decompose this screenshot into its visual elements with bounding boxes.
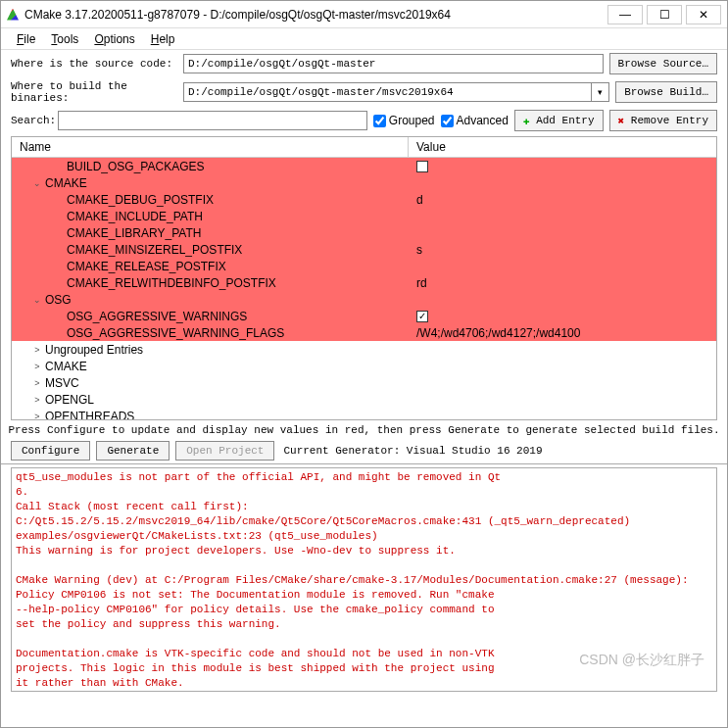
- menu-options[interactable]: Options: [88, 30, 140, 48]
- entry-name: CMAKE_RELWITHDEBINFO_POSTFIX: [67, 276, 276, 290]
- entry-name: CMAKE_RELEASE_POSTFIX: [67, 260, 226, 273]
- tree-row[interactable]: CMAKE_RELEASE_POSTFIX: [12, 258, 716, 274]
- entry-value[interactable]: d: [409, 193, 716, 207]
- expander-icon[interactable]: >: [29, 412, 45, 421]
- log-line: set the policy and suppress this warning…: [16, 617, 712, 632]
- entry-name: CMAKE: [45, 360, 87, 373]
- tree-row[interactable]: CMAKE_DEBUG_POSTFIXd: [12, 191, 716, 208]
- generate-button[interactable]: Generate: [96, 441, 170, 461]
- log-line: This warning is for project developers. …: [16, 544, 712, 558]
- cache-tree[interactable]: Name Value BUILD_OSG_PACKAGES⌄CMAKECMAKE…: [11, 136, 717, 420]
- entry-name: OPENGL: [45, 393, 94, 407]
- checkbox-icon[interactable]: [416, 161, 428, 172]
- close-button[interactable]: ✕: [686, 5, 721, 24]
- tree-row[interactable]: OSG_AGGRESSIVE_WARNING_FLAGS/W4;/wd4706;…: [12, 324, 716, 341]
- plus-icon: ✚: [523, 115, 530, 127]
- log-line: 6.: [16, 485, 712, 500]
- advanced-checkbox[interactable]: Advanced: [441, 114, 509, 127]
- tree-row[interactable]: CMAKE_MINSIZEREL_POSTFIXs: [12, 241, 716, 258]
- entry-name: MSVC: [45, 376, 79, 390]
- checkbox-icon[interactable]: ✓: [416, 311, 428, 322]
- window-title: CMake 3.17.20200511-g8787079 - D:/compil…: [24, 8, 607, 22]
- entry-value[interactable]: [409, 161, 716, 172]
- build-label: Where to build the binaries:: [11, 80, 177, 104]
- expander-icon[interactable]: >: [29, 395, 45, 405]
- entry-name: BUILD_OSG_PACKAGES: [67, 160, 205, 173]
- menu-tools[interactable]: Tools: [45, 30, 84, 48]
- tree-row[interactable]: OSG_AGGRESSIVE_WARNINGS✓: [12, 308, 716, 324]
- expander-icon[interactable]: >: [29, 362, 45, 371]
- titlebar: CMake 3.17.20200511-g8787079 - D:/compil…: [1, 1, 727, 28]
- entry-value[interactable]: rd: [409, 276, 716, 290]
- log-line: CMake Warning (dev) at C:/Program Files/…: [16, 573, 712, 588]
- cmake-logo-icon: [7, 9, 19, 21]
- entry-name: CMAKE_LIBRARY_PATH: [67, 226, 201, 240]
- log-line: Call Stack (most recent call first):: [16, 500, 712, 514]
- entry-name: Ungrouped Entries: [45, 343, 143, 357]
- add-entry-button[interactable]: ✚ Add Entry: [514, 110, 604, 131]
- tree-header: Name Value: [12, 137, 716, 158]
- tree-row[interactable]: >OPENGL: [12, 391, 716, 408]
- entry-name: OSG_AGGRESSIVE_WARNINGS: [67, 310, 247, 323]
- maximize-button[interactable]: ☐: [647, 5, 682, 24]
- col-name-header[interactable]: Name: [12, 137, 409, 157]
- log-line: --help-policy CMP0106" for policy detail…: [16, 603, 712, 617]
- log-line: [16, 632, 712, 647]
- expander-icon[interactable]: >: [29, 345, 45, 355]
- source-path-input[interactable]: [183, 54, 604, 73]
- col-value-header[interactable]: Value: [409, 137, 716, 157]
- expander-icon[interactable]: ⌄: [29, 178, 45, 188]
- entry-name: OSG_AGGRESSIVE_WARNING_FLAGS: [67, 326, 284, 340]
- menubar: File Tools Options Help: [1, 28, 727, 50]
- entry-value[interactable]: s: [409, 243, 716, 257]
- entry-value[interactable]: ✓: [409, 311, 716, 322]
- tree-row[interactable]: CMAKE_LIBRARY_PATH: [12, 224, 716, 241]
- log-line: Policy CMP0106 is not set: The Documenta…: [16, 588, 712, 603]
- build-path-dropdown-icon[interactable]: ▾: [592, 82, 609, 102]
- minimize-button[interactable]: —: [607, 5, 643, 24]
- search-label: Search:: [11, 115, 52, 126]
- tree-row[interactable]: ⌄OSG: [12, 291, 716, 308]
- browse-source-button[interactable]: Browse Source…: [609, 53, 717, 74]
- tree-row[interactable]: CMAKE_RELWITHDEBINFO_POSTFIXrd: [12, 274, 716, 291]
- log-line: examples/osgviewerQt/CMakeLists.txt:23 (…: [16, 529, 712, 544]
- entry-name: CMAKE_INCLUDE_PATH: [67, 210, 203, 223]
- entry-name: OSG: [45, 293, 72, 307]
- tree-row[interactable]: CMAKE_INCLUDE_PATH: [12, 208, 716, 224]
- menu-file[interactable]: File: [11, 30, 41, 48]
- search-input[interactable]: [58, 111, 367, 130]
- browse-build-button[interactable]: Browse Build…: [615, 81, 717, 103]
- menu-help[interactable]: Help: [145, 30, 181, 48]
- hint-text: Press Configure to update and display ne…: [1, 420, 727, 438]
- tree-row[interactable]: >MSVC: [12, 374, 716, 391]
- entry-name: OPENTHREADS: [45, 410, 134, 421]
- log-line: [16, 558, 712, 573]
- entry-name: CMAKE_MINSIZEREL_POSTFIX: [67, 243, 242, 257]
- log-line: C:/Qt5.15.2/5.15.2/msvc2019_64/lib/cmake…: [16, 514, 712, 529]
- log-line: Call Stack (most recent call first):: [16, 691, 712, 692]
- build-path-input[interactable]: [183, 82, 592, 102]
- open-project-button: Open Project: [175, 441, 274, 461]
- tree-row[interactable]: BUILD_OSG_PACKAGES: [12, 158, 716, 174]
- grouped-checkbox[interactable]: Grouped: [373, 114, 435, 127]
- watermark: CSDN @长沙红胖子: [579, 653, 704, 667]
- entry-value[interactable]: /W4;/wd4706;/wd4127;/wd4100: [409, 326, 716, 340]
- expander-icon[interactable]: >: [29, 378, 45, 388]
- entry-name: CMAKE: [45, 176, 87, 190]
- current-generator-label: Current Generator: Visual Studio 16 2019: [283, 445, 542, 457]
- tree-row[interactable]: >CMAKE: [12, 358, 716, 374]
- expander-icon[interactable]: ⌄: [29, 295, 45, 305]
- log-line: qt5_use_modules is not part of the offic…: [16, 470, 712, 485]
- source-label: Where is the source code:: [11, 58, 177, 70]
- x-icon: ✖: [618, 115, 625, 127]
- configure-button[interactable]: Configure: [11, 441, 90, 461]
- remove-entry-button[interactable]: ✖ Remove Entry: [609, 110, 717, 131]
- window-controls: — ☐ ✕: [607, 5, 721, 24]
- tree-row[interactable]: >Ungrouped Entries: [12, 341, 716, 358]
- log-line: it rather than with CMake.: [16, 676, 712, 691]
- entry-name: CMAKE_DEBUG_POSTFIX: [67, 193, 214, 207]
- log-output[interactable]: qt5_use_modules is not part of the offic…: [11, 467, 717, 692]
- tree-row[interactable]: ⌄CMAKE: [12, 174, 716, 191]
- tree-row[interactable]: >OPENTHREADS: [12, 408, 716, 420]
